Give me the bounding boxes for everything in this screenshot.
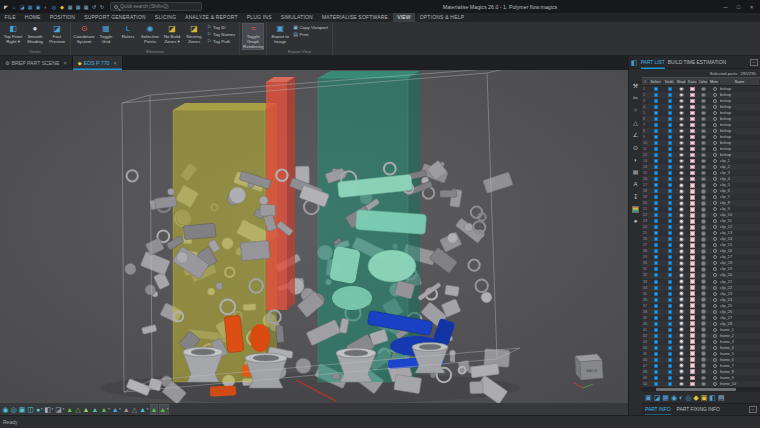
visible-checkbox[interactable]	[668, 376, 672, 380]
column-header-shad[interactable]: Shad	[676, 80, 687, 84]
color-swatch[interactable]	[701, 219, 706, 224]
shade-icon[interactable]	[679, 382, 684, 387]
shade-icon[interactable]	[679, 376, 684, 381]
undo-icon[interactable]: ↺	[90, 1, 98, 12]
transparency-icon[interactable]	[690, 135, 695, 140]
part-table-rows[interactable]: 1bishop2bishop3bishop4bishop5bishop6bish…	[642, 86, 760, 387]
visible-checkbox[interactable]	[668, 111, 672, 115]
menu-tab-position[interactable]: POSITION	[45, 13, 80, 22]
select-checkbox[interactable]	[654, 195, 658, 199]
orient-part-button[interactable]: ▲▾	[139, 404, 149, 415]
quick-search-input[interactable]: Quick search (Shift+Q)	[110, 2, 202, 11]
zoom-fit-button[interactable]: ◫	[27, 404, 35, 415]
select-checkbox[interactable]	[654, 273, 658, 277]
history-icon[interactable]: ◎	[50, 1, 58, 12]
visible-checkbox[interactable]	[668, 358, 672, 362]
visible-checkbox[interactable]	[668, 171, 672, 175]
transparency-icon[interactable]	[690, 117, 695, 122]
select-checkbox[interactable]	[654, 171, 658, 175]
export-folder-icon[interactable]: ◆	[693, 392, 698, 404]
transparency-icon[interactable]	[690, 165, 695, 170]
platform-prev-button[interactable]: ▲	[122, 404, 130, 415]
column-header-select[interactable]: Select	[649, 80, 663, 84]
color-swatch[interactable]	[701, 105, 706, 110]
select-checkbox[interactable]	[654, 249, 658, 253]
mirror-part-button[interactable]: ▲	[91, 404, 99, 415]
shade-icon[interactable]	[679, 201, 684, 206]
copy-scene-icon[interactable]: ▣	[34, 1, 42, 12]
scale-part-button[interactable]: ▲	[82, 404, 90, 415]
ribbon-button-export-to-image[interactable]: ▣Export to Image	[269, 23, 291, 45]
color-swatch[interactable]	[701, 189, 706, 194]
select-checkbox[interactable]	[654, 135, 658, 139]
cut-icon[interactable]: ✂	[629, 91, 642, 103]
shade-icon[interactable]	[679, 243, 684, 248]
horizontal-scrollbar[interactable]	[642, 387, 760, 391]
visible-checkbox[interactable]	[668, 99, 672, 103]
visible-checkbox[interactable]	[668, 304, 672, 308]
select-checkbox[interactable]	[654, 99, 658, 103]
shade-icon[interactable]	[679, 123, 684, 128]
tab-part-info[interactable]: PART INFO	[645, 404, 671, 416]
visible-checkbox[interactable]	[668, 153, 672, 157]
color-swatch[interactable]	[701, 147, 706, 152]
shade-icon[interactable]	[679, 285, 684, 290]
transparency-icon[interactable]	[690, 153, 695, 158]
close-tab-icon[interactable]: ×	[113, 60, 116, 66]
save-icon[interactable]: ▦	[26, 1, 34, 12]
viewport-3d-scene[interactable]: BACK	[0, 70, 628, 403]
transparency-icon[interactable]	[690, 273, 695, 278]
select-checkbox[interactable]	[654, 243, 658, 247]
transparency-icon[interactable]	[690, 147, 695, 152]
circle-tool-icon[interactable]: ○	[629, 104, 642, 116]
menu-tab-support-generation[interactable]: SUPPORT GENERATION	[80, 13, 151, 22]
color-swatch[interactable]	[701, 382, 706, 387]
visible-checkbox[interactable]	[668, 298, 672, 302]
select-checkbox[interactable]	[654, 189, 658, 193]
shade-part-icon[interactable]: ◐	[679, 392, 683, 404]
shade-icon[interactable]	[679, 309, 684, 314]
select-checkbox[interactable]	[654, 304, 658, 308]
shade-icon[interactable]	[679, 255, 684, 260]
import-folder-icon[interactable]: ◪	[654, 392, 661, 404]
select-checkbox[interactable]	[654, 298, 658, 302]
transparency-icon[interactable]	[690, 189, 695, 194]
transparency-icon[interactable]	[690, 213, 695, 218]
ribbon-button-nesting-zones[interactable]: ◪Nesting Zones	[183, 23, 205, 45]
column-header-trans[interactable]: Trans	[687, 80, 698, 84]
transparency-icon[interactable]	[690, 123, 695, 128]
tab-part-list[interactable]: PART LIST	[641, 56, 665, 69]
shade-icon[interactable]	[679, 261, 684, 266]
transparency-icon[interactable]	[690, 141, 695, 146]
visible-checkbox[interactable]	[668, 316, 672, 320]
transparency-icon[interactable]	[690, 345, 695, 350]
tab-build-time-estimation[interactable]: BUILD TIME ESTIMATION	[668, 56, 726, 69]
color-swatch[interactable]	[701, 249, 706, 254]
transparency-icon[interactable]	[690, 382, 695, 387]
visible-checkbox[interactable]	[668, 322, 672, 326]
transparency-icon[interactable]	[690, 255, 695, 260]
select-checkbox[interactable]	[654, 225, 658, 229]
color-swatch[interactable]	[701, 279, 706, 284]
shade-icon[interactable]	[679, 345, 684, 350]
zoom-part-icon[interactable]: ◎	[685, 392, 691, 404]
transparency-icon[interactable]	[690, 225, 695, 230]
visible-checkbox[interactable]	[668, 207, 672, 211]
visible-checkbox[interactable]	[668, 346, 672, 350]
transparency-icon[interactable]	[690, 111, 695, 116]
color-swatch[interactable]	[701, 273, 706, 278]
visible-checkbox[interactable]	[668, 195, 672, 199]
column-header-[interactable]: #	[642, 80, 649, 84]
ribbon-button-no-build-zones[interactable]: ◪No Build Zones ▾	[161, 23, 183, 45]
color-swatch[interactable]	[701, 369, 706, 374]
nest-parts-button[interactable]: ▲	[150, 404, 158, 415]
color-swatch[interactable]	[701, 231, 706, 236]
select-checkbox[interactable]	[654, 213, 658, 217]
transparency-icon[interactable]	[690, 129, 695, 134]
transparency-icon[interactable]	[690, 93, 695, 98]
visible-checkbox[interactable]	[668, 364, 672, 368]
visible-checkbox[interactable]	[668, 123, 672, 127]
transparency-icon[interactable]	[690, 171, 695, 176]
zoom-in-button[interactable]: ◉	[2, 404, 9, 415]
select-checkbox[interactable]	[654, 370, 658, 374]
